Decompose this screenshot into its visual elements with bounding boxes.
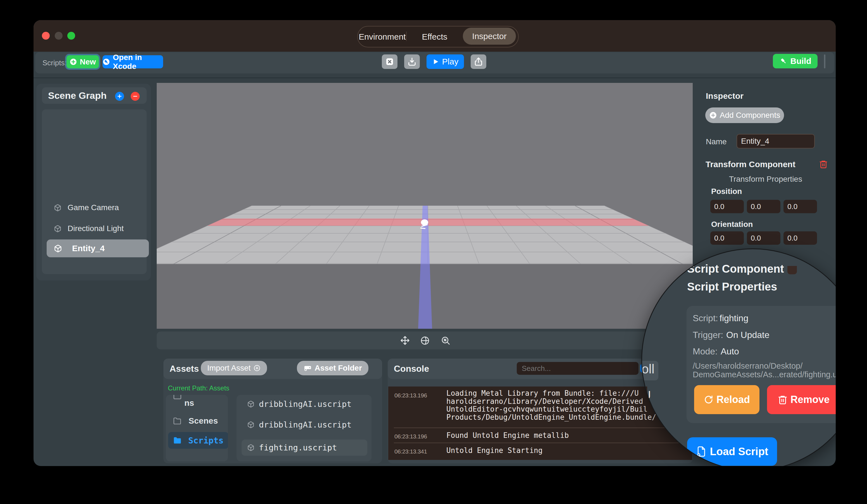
cube-icon bbox=[247, 401, 255, 408]
share-button[interactable] bbox=[471, 54, 486, 69]
refresh-icon bbox=[704, 395, 714, 405]
file-item[interactable]: dribblingAI.uscript bbox=[247, 420, 352, 429]
mode-label: Mode: bbox=[693, 346, 718, 357]
move-tool-button[interactable] bbox=[400, 336, 410, 345]
close-light-icon[interactable] bbox=[42, 32, 50, 40]
script-properties-subtitle: Script Properties bbox=[687, 281, 777, 293]
toolbar-scrollbar[interactable] bbox=[824, 54, 825, 68]
file-item-label: dribblingAI.uscript bbox=[259, 399, 352, 409]
new-script-label: New bbox=[80, 57, 96, 66]
position-y-value: 0.0 bbox=[751, 202, 761, 211]
scripts-label: Scripts: bbox=[42, 58, 67, 67]
zoom-light-icon[interactable] bbox=[67, 32, 75, 40]
plus-circle-icon bbox=[709, 111, 717, 119]
script-path-line: DemoGameAssets/As...erated/fighting.uscr bbox=[693, 370, 836, 379]
cube-icon bbox=[247, 421, 255, 428]
scene-item-entity4-selected[interactable]: Entity_4 bbox=[47, 239, 149, 257]
script-label: Script: bbox=[693, 313, 718, 324]
trigger-value[interactable]: On Update bbox=[726, 330, 770, 340]
hammer-icon bbox=[779, 57, 788, 65]
add-entity-button[interactable] bbox=[115, 92, 124, 101]
viewport-3d[interactable] bbox=[157, 83, 693, 329]
viewport-tool-strip bbox=[157, 331, 675, 349]
plus-circle-icon bbox=[253, 364, 260, 372]
zoom-tool-button[interactable] bbox=[441, 336, 450, 345]
console-log-area[interactable]: 06:23:13.196 Loading Metal Library from … bbox=[388, 386, 692, 460]
autoscroll-fragment-text: oll bbox=[642, 361, 654, 376]
script-component-title: Script Component bbox=[687, 263, 784, 275]
play-button[interactable]: Play bbox=[427, 54, 464, 69]
hammer-circle-icon bbox=[103, 58, 110, 66]
remove-script-button[interactable]: Remove bbox=[767, 385, 836, 414]
load-script-button[interactable]: Load Script bbox=[687, 437, 777, 466]
tab-inspector[interactable]: Inspector bbox=[463, 28, 516, 45]
magnified-field-fragment bbox=[788, 266, 797, 274]
assets-folder-list: ns Scenes Scripts bbox=[166, 395, 228, 461]
delete-transform-button[interactable] bbox=[819, 160, 828, 168]
mode-value[interactable]: Auto bbox=[721, 346, 739, 357]
asset-folder-button[interactable]: Asset Folder bbox=[297, 361, 368, 375]
reload-script-button[interactable]: Reload bbox=[694, 385, 759, 414]
current-path-label: Current Path: Assets bbox=[168, 384, 229, 392]
cube-icon bbox=[54, 225, 62, 232]
scene-graph-list: Game Camera Directional Light Entity_4 bbox=[42, 109, 147, 274]
load-script-label: Load Script bbox=[710, 446, 768, 458]
trigger-label: Trigger: bbox=[693, 330, 723, 340]
orientation-x-field[interactable]: 0.0 bbox=[710, 231, 744, 245]
scene-item-label: Game Camera bbox=[67, 203, 119, 212]
transform-properties-subtitle: Transform Properties bbox=[729, 175, 802, 184]
plus-icon bbox=[117, 94, 122, 99]
minimize-light-icon[interactable] bbox=[55, 32, 63, 40]
console-title: Console bbox=[394, 364, 429, 374]
import-scene-button[interactable] bbox=[404, 54, 420, 69]
tab-environment[interactable]: Environment bbox=[358, 32, 407, 42]
open-in-xcode-button[interactable]: Open in Xcode bbox=[103, 55, 163, 68]
folder-item-scenes[interactable]: Scenes bbox=[173, 416, 218, 426]
open-in-xcode-label: Open in Xcode bbox=[113, 53, 163, 71]
plus-circle-icon bbox=[69, 58, 77, 66]
folder-item-scripts-selected[interactable]: Scripts bbox=[168, 432, 228, 449]
position-x-value: 0.0 bbox=[714, 202, 724, 211]
remove-entity-button[interactable] bbox=[131, 92, 140, 101]
stop-button[interactable] bbox=[382, 54, 397, 69]
import-asset-button[interactable]: Import Asset bbox=[201, 361, 267, 375]
position-z-field[interactable]: 0.0 bbox=[783, 200, 817, 213]
log-timestamp: 06:23:13.341 bbox=[394, 448, 427, 455]
file-item-selected[interactable]: fighting.uscript bbox=[242, 439, 367, 456]
log-message: Untold Engine Starting bbox=[446, 446, 543, 454]
drive-plus-icon bbox=[303, 364, 312, 372]
build-button[interactable]: Build bbox=[773, 54, 817, 68]
scene-item-directional-light[interactable]: Directional Light bbox=[54, 224, 124, 233]
folder-item-partial[interactable] bbox=[173, 395, 182, 400]
scene-item-game-camera[interactable]: Game Camera bbox=[54, 203, 119, 212]
folder-item-label[interactable]: ns bbox=[184, 398, 194, 408]
tab-effects[interactable]: Effects bbox=[407, 32, 462, 42]
entity-name-input[interactable]: Entity_4 bbox=[737, 134, 815, 149]
zoom-magnifier-icon bbox=[441, 336, 450, 345]
file-item-label: fighting.uscript bbox=[259, 443, 337, 452]
position-y-field[interactable]: 0.0 bbox=[747, 200, 780, 213]
script-properties-card: Script: fighting Trigger: On Update Mode… bbox=[687, 306, 836, 423]
cube-icon bbox=[54, 244, 62, 253]
log-line: UntoldEditor-gcvhvqwuntuitweiuccteyfoyji… bbox=[446, 405, 656, 413]
orientation-y-field[interactable]: 0.0 bbox=[747, 231, 780, 245]
script-path: /Users/haroldserrano/Desktop/ DemoGameAs… bbox=[693, 362, 836, 379]
new-script-button[interactable]: New bbox=[66, 55, 99, 68]
play-label: Play bbox=[442, 57, 458, 66]
toolbar-divider bbox=[33, 78, 836, 78]
orbit-tool-button[interactable] bbox=[420, 336, 430, 345]
desktop-background: Environment Effects Inspector Scripts: N… bbox=[0, 0, 867, 504]
tab-divider bbox=[406, 32, 407, 41]
import-asset-label: Import Asset bbox=[207, 364, 251, 373]
file-item[interactable]: dribblingAI.uscript bbox=[247, 399, 352, 409]
orientation-y-value: 0.0 bbox=[751, 234, 761, 242]
script-value: fighting bbox=[719, 313, 748, 324]
orientation-label: Orientation bbox=[711, 220, 753, 229]
position-label: Position bbox=[711, 187, 742, 196]
add-components-button[interactable]: Add Components bbox=[705, 108, 784, 123]
assets-panel: Assets Import Asset Asset Folder Current… bbox=[163, 359, 382, 463]
orientation-z-field[interactable]: 0.0 bbox=[783, 231, 817, 245]
add-components-label: Add Components bbox=[720, 111, 780, 120]
position-x-field[interactable]: 0.0 bbox=[710, 200, 744, 213]
console-search-input[interactable] bbox=[517, 362, 639, 375]
